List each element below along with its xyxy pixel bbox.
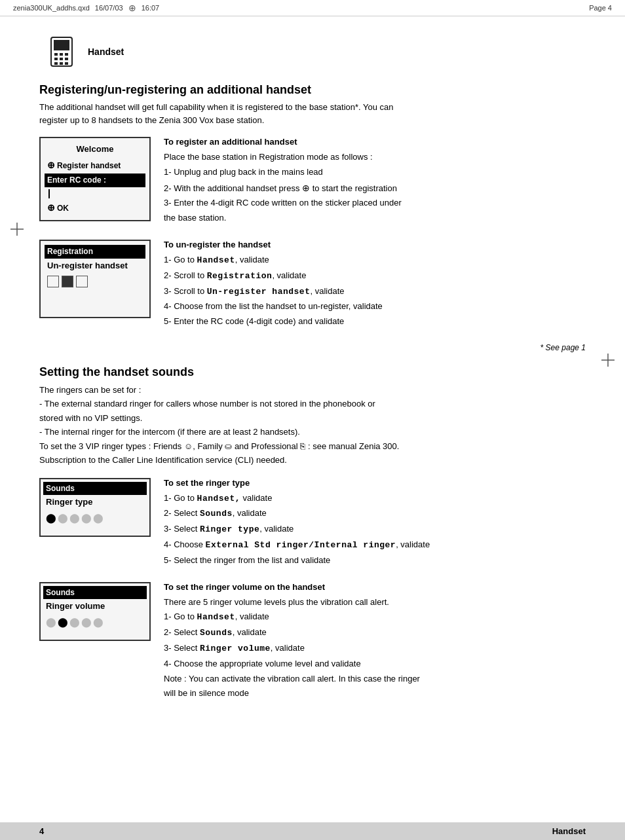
phone-screen-register: Welcome ⊕ Register handset Enter RC code…	[39, 137, 151, 221]
register-intro: The additional handset will get full cap…	[39, 101, 586, 126]
rv-step-3: 3- Select Ringer volume, validate	[164, 642, 586, 656]
crosshair-right	[601, 354, 615, 369]
rt-step-3: 3- Select Ringer type, validate	[164, 522, 586, 537]
screen-registration-highlight: Registration	[45, 245, 145, 259]
register-section: Registering/un-registering an additional…	[39, 83, 586, 352]
screen-icon-2	[62, 276, 73, 287]
crosshair-left	[10, 223, 24, 238]
rv-note-2: will be in silence mode	[164, 687, 586, 701]
screen-icons	[45, 273, 145, 290]
top-bar-filename: zenia300UK_addhs.qxd	[13, 4, 90, 12]
ringer-type-instructions: To set the ringer type 1- Go to Handset,…	[164, 478, 586, 569]
sounds-section: Setting the handset sounds The ringers c…	[39, 365, 586, 702]
svg-rect-6	[54, 53, 58, 56]
svg-rect-5	[54, 40, 69, 50]
unregister-step-5: 5- Enter the RC code (4-digit code) and …	[164, 315, 586, 329]
register-step-2: 2- With the additional handset press ⊕ t…	[164, 181, 586, 196]
unregister-step-3: 3- Scroll to Un-register handset, valida…	[164, 285, 586, 299]
page-header-title: Handset	[88, 46, 124, 57]
screen-ringer-type: Ringer type	[43, 495, 147, 509]
unregister-step-1: 1- Go to Handset, validate	[164, 253, 586, 268]
screen-enter-rc: Enter RC code :	[45, 173, 145, 187]
ringer-volume-block: Sounds Ringer volume ⬤⬤⬤⬤⬤ To set the ri…	[39, 582, 586, 703]
screen-volume-dots: ⬤⬤⬤⬤⬤	[43, 614, 147, 631]
register-instructions: To register an additional handset Place …	[164, 137, 586, 227]
screen-mockup-ringer-volume: Sounds Ringer volume ⬤⬤⬤⬤⬤	[39, 582, 151, 703]
footer-page-number: 4	[39, 826, 44, 836]
register-instructions-title: To register an additional handset	[164, 137, 586, 147]
screen-mockup-register: Welcome ⊕ Register handset Enter RC code…	[39, 137, 151, 227]
screen-unregister-handset: Un-register handset	[45, 259, 145, 273]
unregister-instructions-title: To un-register the handset	[164, 240, 586, 249]
register-step-intro: Place the base station in Registration m…	[164, 151, 586, 164]
unregister-step-2: 2- Scroll to Registration, validate	[164, 269, 586, 283]
rv-step-4: 4- Choose the appropriate volume level a…	[164, 657, 586, 671]
screen-cursor	[45, 187, 145, 201]
screen-mockup-ringer-type: Sounds Ringer type ⬤⬤⬤⬤⬤	[39, 478, 151, 569]
phone-screen-unregister: Registration Un-register handset	[39, 240, 151, 318]
register-step-3a: 3- Enter the 4-digit RC code written on …	[164, 196, 586, 210]
rt-step-2: 2- Select Sounds, validate	[164, 507, 586, 521]
svg-rect-9	[54, 58, 58, 60]
svg-rect-7	[60, 53, 63, 56]
ringer-type-block: Sounds Ringer type ⬤⬤⬤⬤⬤ To set the ring…	[39, 478, 586, 569]
top-bar-date: 16/07/03	[95, 4, 123, 12]
family-text: Family	[197, 441, 222, 451]
top-bar-crosshair: ⊕	[128, 3, 136, 13]
register-step-3b: the base station.	[164, 211, 586, 225]
rt-step-5: 5- Select the ringer from the list and v…	[164, 554, 586, 568]
unregister-instructions: To un-register the handset 1- Go to Hand…	[164, 240, 586, 330]
screen-sounds-highlight-1: Sounds	[43, 482, 147, 496]
ringer-volume-instructions: To set the ringer volume on the handset …	[164, 582, 586, 703]
screen-sounds-highlight-2: Sounds	[43, 586, 147, 600]
screen-icon-3	[76, 276, 88, 287]
rt-step-4: 4- Choose External Std ringer/Internal r…	[164, 538, 586, 553]
ringer-type-title: To set the ringer type	[164, 478, 586, 488]
svg-rect-12	[54, 62, 58, 65]
svg-rect-8	[65, 53, 68, 56]
rv-step-1: 1- Go to Handset, validate	[164, 610, 586, 625]
screen-ringer-dots: ⬤⬤⬤⬤⬤	[43, 510, 147, 527]
svg-rect-13	[60, 62, 63, 65]
screen-mockup-unregister: Registration Un-register handset	[39, 240, 151, 330]
screen-ringer-volume-label: Ringer volume	[43, 599, 147, 613]
rt-step-1: 1- Go to Handset, validate	[164, 492, 586, 506]
screen-welcome: Welcome	[45, 142, 145, 156]
see-page-note: * See page 1	[39, 343, 586, 352]
top-bar-time: 16:07	[142, 4, 160, 12]
page-header: Handset	[39, 36, 586, 67]
svg-rect-11	[65, 58, 68, 60]
screen-icon-1	[47, 276, 59, 287]
sounds-intro: The ringers can be set for : - The exter…	[39, 383, 586, 467]
handset-icon	[46, 36, 77, 67]
footer-label: Handset	[552, 826, 586, 836]
ringer-volume-screen: Sounds Ringer volume ⬤⬤⬤⬤⬤	[39, 582, 151, 641]
top-bar-page: Page 4	[164, 4, 612, 12]
rv-note-1: Note : You can activate the vibration ca…	[164, 672, 586, 686]
page-footer: 4 Handset	[0, 822, 625, 840]
rv-step-2: 2- Select Sounds, validate	[164, 626, 586, 640]
rv-intro: There are 5 ringer volume levels plus th…	[164, 596, 586, 610]
screen-register-handset: ⊕ Register handset	[45, 158, 145, 173]
register-step-1: 1- Unplug and plug back in the mains lea…	[164, 166, 586, 179]
screen-ok: ⊕ OK	[45, 200, 145, 216]
register-section-title: Registering/un-registering an additional…	[39, 83, 586, 97]
svg-rect-14	[65, 62, 68, 65]
unregister-step-4: 4- Choose from the list the handset to u…	[164, 300, 586, 314]
page-content: Handset Registering/un-registering an ad…	[0, 16, 625, 735]
ringer-volume-title: To set the ringer volume on the handset	[164, 582, 586, 592]
svg-rect-10	[60, 58, 63, 60]
ringer-type-screen: Sounds Ringer type ⬤⬤⬤⬤⬤	[39, 478, 151, 537]
top-bar: zenia300UK_addhs.qxd 16/07/03 ⊕ 16:07 Pa…	[0, 0, 625, 16]
unregister-instruction-block: Registration Un-register handset To un-r…	[39, 240, 586, 330]
register-instruction-block: Welcome ⊕ Register handset Enter RC code…	[39, 137, 586, 227]
sounds-section-title: Setting the handset sounds	[39, 365, 586, 379]
